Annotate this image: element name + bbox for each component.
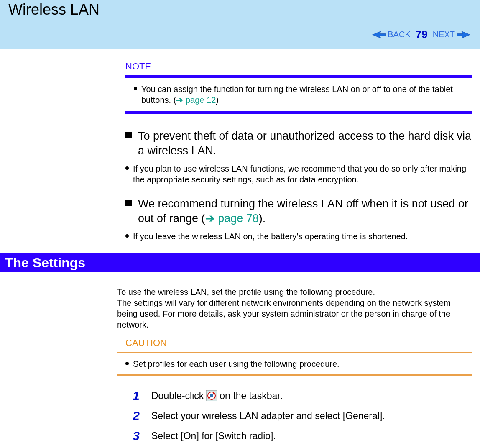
page-link-12[interactable]: page 12 xyxy=(186,95,216,105)
subhead2-pre: We recommend turning the wireless LAN of… xyxy=(138,197,468,225)
back-label: BACK xyxy=(388,30,410,39)
caution-bullet: Set profiles for each user using the fol… xyxy=(125,358,472,369)
note-text: You can assign the function for turning … xyxy=(141,84,472,105)
note-text-post: ) xyxy=(216,95,219,105)
note-label: NOTE xyxy=(125,61,472,72)
step-1-pre: Double-click xyxy=(151,390,204,402)
subheading-2: We recommend turning the wireless LAN of… xyxy=(125,197,472,226)
step-number: 3 xyxy=(130,429,140,443)
arrow-right-icon: ➔ xyxy=(205,212,215,225)
bullet-icon xyxy=(125,362,129,365)
bullet-icon xyxy=(125,234,129,238)
subhead2-bullet-text: If you leave the wireless LAN on, the ba… xyxy=(133,231,408,242)
page-number: 79 xyxy=(416,28,428,41)
wireless-disabled-icon xyxy=(206,390,217,401)
subhead2-post: ). xyxy=(259,212,266,225)
note-block: NOTE You can assign the function for tur… xyxy=(125,49,472,242)
step-text: Select [On] for [Switch radio]. xyxy=(151,430,276,442)
subheading-1: To prevent theft of data or unauthorized… xyxy=(125,129,472,158)
subhead1-bullet: If you plan to use wireless LAN function… xyxy=(125,163,472,185)
square-bullet-icon xyxy=(125,132,132,138)
note-bullet: You can assign the function for turning … xyxy=(134,84,472,105)
subhead2-bullet: If you leave the wireless LAN on, the ba… xyxy=(125,231,472,242)
caution-text: Set profiles for each user using the fol… xyxy=(133,358,340,369)
bullet-icon xyxy=(134,87,137,90)
step-1: 1 Double-click on the taskbar. xyxy=(130,389,472,403)
arrow-right-icon xyxy=(457,30,472,40)
settings-para-line1: To use the wireless LAN, set the profile… xyxy=(117,287,375,297)
nav-bar: BACK 79 NEXT xyxy=(371,28,472,41)
step-2: 2 Select your wireless LAN adapter and s… xyxy=(130,409,472,423)
next-button[interactable]: NEXT xyxy=(433,30,472,40)
caution-box: Set profiles for each user using the fol… xyxy=(117,352,472,376)
caution-label: CAUTION xyxy=(125,338,472,348)
content-area: NOTE You can assign the function for tur… xyxy=(0,49,480,448)
page-title: Wireless LAN xyxy=(8,0,472,18)
back-button[interactable]: BACK xyxy=(371,30,410,40)
svg-rect-3 xyxy=(210,394,213,397)
arrow-left-icon xyxy=(371,30,386,40)
step-text: Double-click on the taskbar. xyxy=(151,390,283,402)
bullet-icon xyxy=(125,166,129,170)
step-number: 1 xyxy=(130,389,140,403)
subhead1-bullet-text: If you plan to use wireless LAN function… xyxy=(133,163,472,185)
next-label: NEXT xyxy=(433,30,455,39)
step-number: 2 xyxy=(130,409,140,423)
settings-para-line2: The settings will vary for different net… xyxy=(117,298,451,329)
step-text: Select your wireless LAN adapter and sel… xyxy=(151,410,385,422)
section-heading: The Settings xyxy=(0,253,480,272)
step-3: 3 Select [On] for [Switch radio]. xyxy=(130,429,472,443)
page-header: Wireless LAN BACK 79 NEXT xyxy=(0,0,480,49)
subheading-1-text: To prevent theft of data or unauthorized… xyxy=(138,129,472,158)
step-1-post: on the taskbar. xyxy=(220,390,283,402)
subheading-2-text: We recommend turning the wireless LAN of… xyxy=(138,197,472,226)
settings-body: To use the wireless LAN, set the profile… xyxy=(117,272,472,448)
page-link-78[interactable]: page 78 xyxy=(218,212,259,225)
square-bullet-icon xyxy=(125,200,132,206)
settings-paragraph: To use the wireless LAN, set the profile… xyxy=(117,287,472,330)
note-box: You can assign the function for turning … xyxy=(125,75,472,114)
arrow-right-icon: ➔ xyxy=(176,95,183,105)
